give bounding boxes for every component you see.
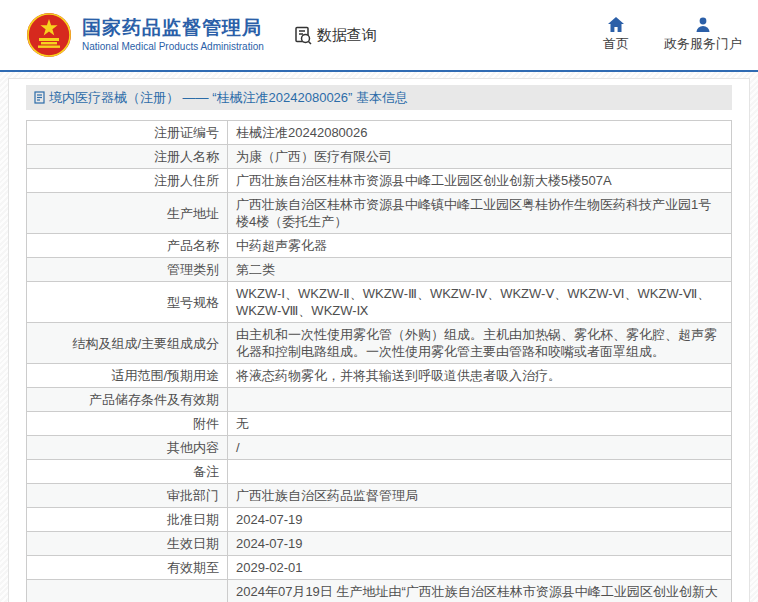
row-label: 批准日期	[27, 508, 228, 532]
info-table-body: 注册证编号 桂械注准20242080026 注册人名称 为康（广西）医疗有限公司…	[27, 121, 732, 602]
row-label: 型号规格	[27, 282, 228, 323]
row-label: 产品名称	[27, 234, 228, 258]
table-row: 批准日期 2024-07-19	[27, 508, 732, 532]
row-value: 中药超声雾化器	[228, 234, 732, 258]
row-label-text: 有效期至	[167, 560, 219, 575]
row-label-text: 型号规格	[167, 295, 219, 310]
table-row: 管理类别 第二类	[27, 258, 732, 282]
row-label-text: 生效日期	[167, 536, 219, 551]
table-row: 注册人住所 广西壮族自治区桂林市资源县中峰工业园区创业创新大楼5楼507A	[27, 169, 732, 193]
row-value: 广西壮族自治区药品监督管理局	[228, 484, 732, 508]
row-value: 2029-02-01	[228, 556, 732, 580]
agency-name-block: 国家药品监督管理局 National Medical Products Admi…	[82, 16, 264, 54]
site-header: 国家药品监督管理局 National Medical Products Admi…	[0, 0, 758, 72]
row-label-text: 注册人名称	[154, 149, 219, 164]
table-row: 备注	[27, 460, 732, 484]
home-label: 首页	[603, 35, 629, 53]
row-label: 结构及组成/主要组成成分	[27, 323, 228, 364]
row-value: /	[228, 436, 732, 460]
page-title: 境内医疗器械（注册） —— “桂械注准20242080026” 基本信息	[49, 89, 408, 107]
row-value: WKZW-Ⅰ、WKZW-Ⅱ、WKZW-Ⅲ、WKZW-Ⅳ、WKZW-Ⅴ、WKZW-…	[228, 282, 732, 323]
row-label: 注册人名称	[27, 145, 228, 169]
row-label-text: 注册人住所	[154, 173, 219, 188]
table-row: 变更情况 2024年07月19日 生产地址由“广西壮族自治区桂林市资源县中峰工业…	[27, 580, 732, 602]
agency-name-en: National Medical Products Administration	[82, 40, 264, 54]
row-value: 为康（广西）医疗有限公司	[228, 145, 732, 169]
document-icon	[34, 91, 45, 104]
row-value: 广西壮族自治区桂林市资源县中峰镇中峰工业园区粤桂协作生物医药科技产业园1号楼4楼…	[228, 193, 732, 234]
row-label-text: 备注	[193, 464, 219, 479]
national-emblem-icon	[25, 11, 73, 59]
row-label-text: 管理类别	[167, 262, 219, 277]
data-query-label: 数据查询	[317, 26, 377, 45]
table-row: 产品储存条件及有效期	[27, 388, 732, 412]
table-row: 注册证编号 桂械注准20242080026	[27, 121, 732, 145]
row-label: 生效日期	[27, 532, 228, 556]
table-row: 产品名称 中药超声雾化器	[27, 234, 732, 258]
agency-logo-group[interactable]: 国家药品监督管理局 National Medical Products Admi…	[25, 11, 264, 59]
row-value: 2024年07月19日 生产地址由“广西壮族自治区桂林市资源县中峰工业园区创业创…	[228, 580, 732, 602]
table-row: 注册人名称 为康（广西）医疗有限公司	[27, 145, 732, 169]
table-row: 适用范围/预期用途 将液态药物雾化，并将其输送到呼吸道供患者吸入治疗。	[27, 364, 732, 388]
agency-name-cn: 国家药品监督管理局	[82, 16, 264, 40]
row-value	[228, 460, 732, 484]
user-icon	[695, 17, 711, 32]
row-value: 第二类	[228, 258, 732, 282]
row-label: 备注	[27, 460, 228, 484]
registration-info-table: 注册证编号 桂械注准20242080026 注册人名称 为康（广西）医疗有限公司…	[26, 120, 732, 602]
row-label-text: 附件	[193, 416, 219, 431]
row-label: 生产地址	[27, 193, 228, 234]
row-label: 有效期至	[27, 556, 228, 580]
table-row: 附件 无	[27, 412, 732, 436]
row-label: 附件	[27, 412, 228, 436]
row-label-text: 审批部门	[167, 488, 219, 503]
row-label: 变更情况	[27, 580, 228, 602]
row-label: 注册证编号	[27, 121, 228, 145]
content-wrapper: 境内医疗器械（注册） —— “桂械注准20242080026” 基本信息 注册证…	[8, 78, 750, 602]
row-label-text: 生产地址	[167, 206, 219, 221]
row-value: 无	[228, 412, 732, 436]
row-value: 2024-07-19	[228, 508, 732, 532]
row-label-text: 其他内容	[167, 440, 219, 455]
table-row: 其他内容 /	[27, 436, 732, 460]
row-value	[228, 388, 732, 412]
portal-label: 政务服务门户	[664, 35, 742, 53]
row-label-text: 批准日期	[167, 512, 219, 527]
row-label-text: 适用范围/预期用途	[111, 368, 219, 383]
row-label: 其他内容	[27, 436, 228, 460]
home-link[interactable]: 首页	[594, 17, 638, 53]
row-label-text: 结构及组成/主要组成成分	[72, 336, 219, 351]
row-label-text: 产品储存条件及有效期	[89, 392, 219, 407]
row-value: 桂械注准20242080026	[228, 121, 732, 145]
home-icon	[608, 17, 624, 32]
row-label-text: 注册证编号	[154, 125, 219, 140]
row-label: 审批部门	[27, 484, 228, 508]
row-value: 由主机和一次性使用雾化管（外购）组成。主机由加热锅、雾化杯、雾化腔、超声雾化器和…	[228, 323, 732, 364]
table-row: 型号规格 WKZW-Ⅰ、WKZW-Ⅱ、WKZW-Ⅲ、WKZW-Ⅳ、WKZW-Ⅴ、…	[27, 282, 732, 323]
data-search-icon	[294, 26, 313, 45]
table-row: 有效期至 2029-02-01	[27, 556, 732, 580]
row-value: 将液态药物雾化，并将其输送到呼吸道供患者吸入治疗。	[228, 364, 732, 388]
breadcrumb: 境内医疗器械（注册） —— “桂械注准20242080026” 基本信息	[26, 85, 732, 110]
row-value: 广西壮族自治区桂林市资源县中峰工业园区创业创新大楼5楼507A	[228, 169, 732, 193]
table-row: 审批部门 广西壮族自治区药品监督管理局	[27, 484, 732, 508]
table-row: 生效日期 2024-07-19	[27, 532, 732, 556]
table-row: 结构及组成/主要组成成分 由主机和一次性使用雾化管（外购）组成。主机由加热锅、雾…	[27, 323, 732, 364]
row-label: 产品储存条件及有效期	[27, 388, 228, 412]
table-row: 生产地址 广西壮族自治区桂林市资源县中峰镇中峰工业园区粤桂协作生物医药科技产业园…	[27, 193, 732, 234]
gov-portal-link[interactable]: 政务服务门户	[664, 17, 742, 53]
row-label: 管理类别	[27, 258, 228, 282]
row-label: 注册人住所	[27, 169, 228, 193]
row-value: 2024-07-19	[228, 532, 732, 556]
row-label-text: 产品名称	[167, 238, 219, 253]
row-label: 适用范围/预期用途	[27, 364, 228, 388]
nav-data-query[interactable]: 数据查询	[294, 26, 377, 45]
